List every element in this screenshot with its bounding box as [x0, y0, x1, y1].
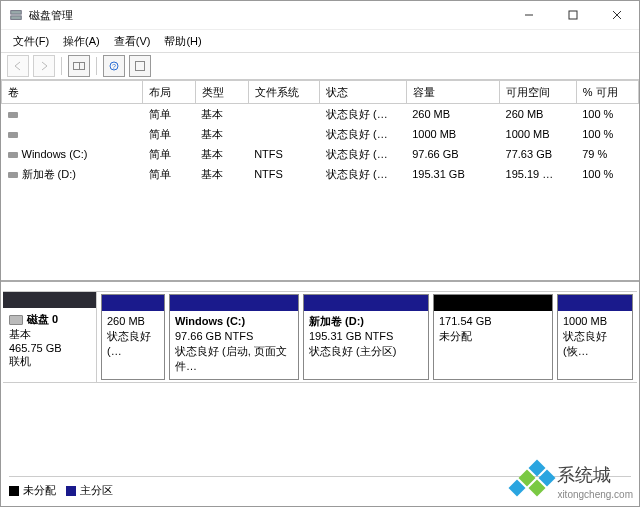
title-bar: 磁盘管理: [1, 1, 639, 30]
col-layout[interactable]: 布局: [143, 81, 196, 104]
toolbar-separator: [61, 57, 62, 75]
disk-row: 磁盘 0 基本 465.75 GB 联机 260 MB状态良好 (…Window…: [3, 291, 637, 383]
volume-icon: [8, 112, 18, 118]
svg-rect-0: [11, 11, 22, 15]
view-bottom-button[interactable]: [129, 55, 151, 77]
legend-primary: 主分区: [80, 484, 113, 496]
toolbar-separator: [96, 57, 97, 75]
toolbar: ?: [1, 53, 639, 80]
volume-icon: [8, 132, 18, 138]
col-pct[interactable]: % 可用: [576, 81, 638, 104]
svg-rect-1: [11, 16, 22, 20]
close-button[interactable]: [595, 1, 639, 29]
watermark-logo-icon: [509, 460, 551, 502]
disk-icon: [9, 315, 23, 325]
menu-bar: 文件(F) 操作(A) 查看(V) 帮助(H): [1, 30, 639, 53]
table-row[interactable]: 新加卷 (D:)简单基本NTFS状态良好 (…195.31 GB195.19 ……: [2, 164, 639, 184]
menu-view[interactable]: 查看(V): [108, 32, 157, 51]
partition[interactable]: 新加卷 (D:)195.31 GB NTFS状态良好 (主分区): [303, 294, 429, 380]
disk-label: 磁盘 0: [27, 313, 58, 325]
volume-icon: [8, 152, 18, 158]
col-free[interactable]: 可用空间: [500, 81, 577, 104]
partition[interactable]: Windows (C:)97.66 GB NTFS状态良好 (启动, 页面文件…: [169, 294, 299, 380]
volume-icon: [8, 172, 18, 178]
volume-list-pane: 卷 布局 类型 文件系统 状态 容量 可用空间 % 可用 简单基本状态良好 (……: [1, 80, 639, 282]
minimize-button[interactable]: [507, 1, 551, 29]
disk-map-pane: 磁盘 0 基本 465.75 GB 联机 260 MB状态良好 (…Window…: [3, 291, 637, 411]
table-row[interactable]: 简单基本状态良好 (…1000 MB1000 MB100 %: [2, 124, 639, 144]
col-volume[interactable]: 卷: [2, 81, 143, 104]
watermark-url: xitongcheng.com: [557, 489, 633, 500]
disk-info[interactable]: 磁盘 0 基本 465.75 GB 联机: [3, 292, 97, 382]
watermark: 系统城 xitongcheng.com: [509, 460, 633, 502]
col-type[interactable]: 类型: [195, 81, 248, 104]
forward-button[interactable]: [33, 55, 55, 77]
legend-swatch-primary: [66, 486, 76, 496]
partition-row: 260 MB状态良好 (…Windows (C:)97.66 GB NTFS状态…: [97, 292, 637, 382]
view-top-button[interactable]: [68, 55, 90, 77]
col-capacity[interactable]: 容量: [406, 81, 499, 104]
menu-action[interactable]: 操作(A): [57, 32, 106, 51]
col-fs[interactable]: 文件系统: [248, 81, 320, 104]
disk-state: 联机: [9, 354, 90, 369]
maximize-button[interactable]: [551, 1, 595, 29]
col-status[interactable]: 状态: [320, 81, 406, 104]
window-title: 磁盘管理: [29, 8, 73, 23]
back-button[interactable]: [7, 55, 29, 77]
disk-type: 基本: [9, 327, 90, 342]
legend-swatch-unallocated: [9, 486, 19, 496]
table-row[interactable]: Windows (C:)简单基本NTFS状态良好 (…97.66 GB77.63…: [2, 144, 639, 164]
volume-table: 卷 布局 类型 文件系统 状态 容量 可用空间 % 可用 简单基本状态良好 (……: [1, 80, 639, 184]
table-row[interactable]: 简单基本状态良好 (…260 MB260 MB100 %: [2, 104, 639, 125]
help-button[interactable]: ?: [103, 55, 125, 77]
menu-file[interactable]: 文件(F): [7, 32, 55, 51]
watermark-name: 系统城: [557, 463, 633, 487]
menu-help[interactable]: 帮助(H): [158, 32, 207, 51]
partition-unallocated[interactable]: 171.54 GB未分配: [433, 294, 553, 380]
app-icon: [9, 8, 23, 22]
partition[interactable]: 1000 MB状态良好 (恢…: [557, 294, 633, 380]
disk-size: 465.75 GB: [9, 342, 90, 354]
svg-text:?: ?: [112, 63, 116, 70]
svg-rect-3: [569, 11, 577, 19]
partition[interactable]: 260 MB状态良好 (…: [101, 294, 165, 380]
legend-unallocated: 未分配: [23, 484, 56, 496]
